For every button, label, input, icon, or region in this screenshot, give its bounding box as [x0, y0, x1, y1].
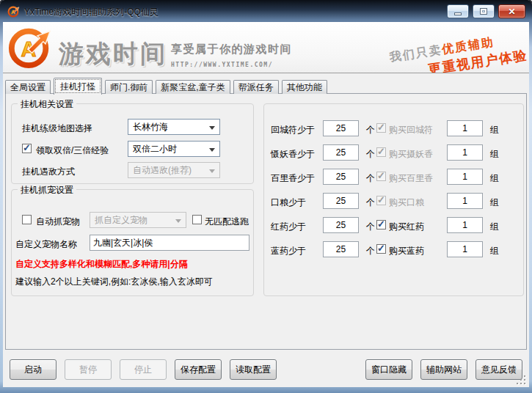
supply-qty-input[interactable]	[323, 120, 359, 136]
buy-checkbox	[376, 123, 386, 133]
slogan-text: 享受属于你的游戏时间	[171, 43, 292, 56]
footer-toolbar: 启动 暂停 停止 保存配置 读取配置 窗口隐藏 辅助网站 意见反馈	[10, 359, 522, 380]
buy-checkbox	[376, 196, 386, 205]
brand-logo-icon: A	[7, 24, 53, 70]
group-pet-catch-settings: 挂机抓宠设置 自动抓宠物 抓自定义宠物 无匹配逃跑 自定义宠物名称 自定义支持多…	[11, 189, 254, 296]
buy-checkbox[interactable]	[376, 220, 386, 229]
stop-button: 停止	[120, 359, 167, 380]
window-title: YxTime游戏时间辅助系列-QQ仙灵	[24, 6, 158, 18]
supply-unit: 个	[366, 245, 375, 257]
group-unit: 组	[490, 124, 499, 136]
supply-unit: 个	[366, 221, 375, 233]
double-exp-checkbox[interactable]	[22, 144, 32, 153]
buy-label: 购买红药	[389, 221, 424, 233]
group-hang-settings-title: 挂机相关设置	[18, 98, 76, 111]
tab-other-functions[interactable]: 其他功能	[282, 80, 327, 94]
promo-text: 我们只卖优质辅助 更重视用户体验	[389, 30, 529, 73]
group-unit: 组	[490, 172, 499, 185]
no-match-flee-label: 无匹配逃跑	[205, 216, 249, 228]
group-unit: 组	[490, 245, 499, 257]
pet-note-red: 自定义支持多样化和模糊匹配,多种请用|分隔	[15, 258, 188, 271]
group-hang-settings: 挂机相关设置 挂机练级地图选择 长林竹海 领取双倍/三倍经验 双倍二小时 挂机遇…	[11, 103, 254, 184]
chevron-down-icon	[209, 126, 215, 130]
supply-row-label: 口粮少于	[271, 196, 306, 209]
buy-label: 购买回城符	[389, 124, 433, 136]
supply-qty-input[interactable]	[323, 169, 359, 185]
tab-shimen-yuqian[interactable]: 师门.御前	[105, 80, 153, 94]
tab-hang-fight[interactable]: 挂机打怪	[54, 78, 102, 95]
encounter-mode-select: 自动遇敌(推荐)	[128, 162, 220, 178]
supply-unit: 个	[366, 172, 375, 185]
app-window: A YxTime游戏时间辅助系列-QQ仙灵 ✕ A 游戏时间 享受属于你的游戏时…	[0, 0, 532, 393]
group-qty-input[interactable]	[447, 144, 483, 161]
feedback-button[interactable]: 意见反馈	[475, 359, 522, 380]
hide-window-button[interactable]: 窗口隐藏	[365, 359, 412, 380]
supply-qty-input[interactable]	[323, 144, 359, 161]
maximize-button[interactable]	[473, 4, 495, 18]
chevron-down-icon	[175, 219, 181, 223]
pause-button: 暂停	[65, 359, 112, 380]
load-config-button[interactable]: 读取配置	[230, 359, 277, 380]
website-url: HTTP://WWW.YXTIME.COM/	[171, 62, 292, 68]
buy-checkbox[interactable]	[376, 244, 386, 254]
group-qty-input[interactable]	[447, 169, 483, 185]
start-button[interactable]: 启动	[10, 359, 57, 380]
buy-checkbox	[376, 172, 386, 181]
banner: A 游戏时间 享受属于你的游戏时间 HTTP://WWW.YXTIME.COM/…	[3, 22, 529, 73]
pet-note-tip: 建议输入2个以上关键词,例如:玄冰侯,输入玄冰即可	[15, 276, 213, 288]
supply-qty-input[interactable]	[323, 241, 359, 257]
group-unit: 组	[490, 148, 499, 161]
buy-label: 购买口粮	[389, 196, 424, 209]
supply-row-label: 慑妖香少于	[271, 148, 315, 161]
map-select-label: 挂机练级地图选择	[22, 122, 92, 135]
group-supply-settings: 回城符少于 个 购买回城符 组 慑妖香少于 个 购买摄妖香 组 百里香少于 个 …	[263, 103, 524, 296]
tab-jubaopen-tongzi[interactable]: 新聚宝盆,童子类	[156, 80, 230, 94]
auto-catch-checkbox[interactable]	[22, 215, 32, 224]
save-config-button[interactable]: 保存配置	[175, 359, 222, 380]
app-logo-icon[interactable]: A	[7, 5, 20, 18]
group-unit: 组	[490, 196, 499, 209]
supply-row-label: 百里香少于	[271, 172, 315, 185]
group-qty-input[interactable]	[447, 193, 483, 209]
supply-row-label: 红药少于	[271, 221, 306, 233]
close-icon: ✕	[508, 7, 515, 16]
pet-name-label: 自定义宠物名称	[15, 238, 77, 251]
double-exp-select[interactable]: 双倍二小时	[128, 141, 220, 157]
close-button[interactable]: ✕	[498, 4, 525, 18]
title-bar: A YxTime游戏时间辅助系列-QQ仙灵 ✕	[0, 0, 532, 22]
map-select[interactable]: 长林竹海	[128, 119, 220, 135]
supply-qty-input[interactable]	[323, 193, 359, 209]
pet-name-input[interactable]	[90, 235, 249, 251]
minimize-button[interactable]	[447, 4, 469, 18]
encounter-mode-label: 挂机遇敌方式	[22, 166, 75, 178]
buy-label: 购买摄妖香	[389, 148, 433, 161]
tab-global-settings[interactable]: 全局设置	[5, 80, 51, 94]
website-button[interactable]: 辅助网站	[420, 359, 467, 380]
buy-label: 购买百里香	[389, 172, 433, 185]
double-exp-label: 领取双倍/三倍经验	[36, 144, 109, 157]
client-area: A 游戏时间 享受属于你的游戏时间 HTTP://WWW.YXTIME.COM/…	[3, 22, 529, 387]
supply-unit: 个	[366, 196, 375, 209]
group-qty-input[interactable]	[447, 120, 483, 136]
tab-gang-tasks[interactable]: 帮派任务	[233, 80, 279, 94]
no-match-flee-checkbox[interactable]	[192, 215, 202, 224]
group-pet-catch-title: 挂机抓宠设置	[18, 184, 76, 196]
group-qty-input[interactable]	[447, 241, 483, 257]
tab-page-hang-fight: 挂机相关设置 挂机练级地图选择 长林竹海 领取双倍/三倍经验 双倍二小时 挂机遇…	[5, 93, 527, 350]
brand-name: 游戏时间	[59, 37, 167, 71]
group-unit: 组	[490, 221, 499, 233]
supply-row-label: 回城符少于	[271, 124, 315, 136]
supply-unit: 个	[366, 148, 375, 161]
tab-bar: 全局设置 挂机打怪 师门.御前 新聚宝盆,童子类 帮派任务 其他功能	[5, 78, 330, 94]
minimize-icon	[454, 12, 462, 15]
supply-row-label: 蓝药少于	[271, 245, 306, 257]
maximize-icon	[480, 8, 487, 15]
chevron-down-icon	[209, 148, 215, 152]
buy-checkbox	[376, 147, 386, 157]
supply-qty-input[interactable]	[323, 217, 359, 233]
buy-label: 购买蓝药	[389, 245, 424, 257]
auto-catch-label: 自动抓宠物	[36, 216, 80, 228]
slogan-block: 享受属于你的游戏时间 HTTP://WWW.YXTIME.COM/	[171, 43, 292, 68]
resize-grip[interactable]	[517, 375, 527, 386]
group-qty-input[interactable]	[447, 217, 483, 233]
